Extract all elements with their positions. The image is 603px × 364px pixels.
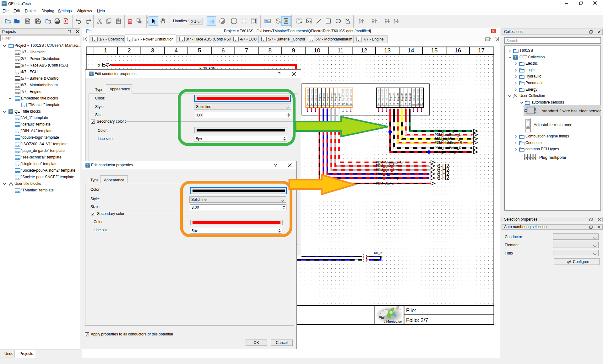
svg-text:1: 1 [307,102,308,105]
svg-text:2: 2 [128,47,131,54]
svg-text:PDM_Inj_Power: PDM_Inj_Power [376,172,399,176]
svg-text:1: 1 [378,102,379,105]
svg-text:9: 9 [292,47,295,54]
svg-text:PDM_FuelPump: PDM_FuelPump [376,176,399,180]
svg-text:Output26( PDM26): Output26( PDM26) [385,89,388,101]
svg-text:7: 7 [330,102,332,105]
svg-text:Output26( PDM26): Output26( PDM26) [378,89,380,101]
svg-text:4: 4 [389,102,391,105]
svg-text:5: 5 [323,102,324,105]
svg-text:9: 9 [338,102,340,105]
svg-text:13: 13 [384,47,391,54]
svg-text:3: 3 [151,47,155,54]
svg-text:Output27: Output27 [409,93,411,101]
svg-text:12: 12 [420,102,423,105]
svg-text:11: 11 [416,102,419,105]
svg-text:Output26( PDM26): Output26( PDM26) [311,89,313,101]
svg-text:Output26( PDM26): Output26( PDM26) [307,89,309,101]
svg-text:Output28: Output28 [405,93,407,101]
svg-text:5: 5 [393,102,395,105]
svg-text:11: 11 [337,47,344,54]
svg-text:PDM_ParkLight: PDM_ParkLight [435,129,457,133]
svg-text:Output28: Output28 [334,93,337,101]
svg-text:4: 4 [174,47,178,54]
svg-text:6: 6 [221,47,225,54]
svg-text:5: 5 [198,47,201,54]
svg-text:1: 1 [104,47,107,54]
svg-text:Output26( PDM26): Output26( PDM26) [381,89,384,101]
svg-text:Output30: Output30 [397,93,399,101]
svg-text:16: 16 [454,47,461,54]
svg-text:PDM_HighBeam_R: PDM_HighBeam_R [435,141,462,144]
svg-text:2: 2 [382,102,383,105]
svg-text:Output26( PDM26): Output26( PDM26) [421,89,423,101]
svg-text:PDM_Ign2_Power: PDM_Ign2_Power [376,164,402,168]
svg-text:PDM_LowBeam_R: PDM_LowBeam_R [435,146,461,150]
svg-text:Output26( PDM26): Output26( PDM26) [342,89,345,101]
svg-text:11: 11 [345,102,348,105]
svg-text:10: 10 [341,102,345,105]
svg-text:Output32: Output32 [389,93,392,101]
svg-text:12: 12 [361,47,367,54]
svg-text:Kill_In: Kill_In [374,251,382,254]
svg-text:5-E4: 5-E4 [97,62,108,67]
svg-text:Output30: Output30 [326,93,329,101]
svg-text:17: 17 [478,47,485,54]
svg-text:PDM_Ign1_Power: PDM_Ign1_Power [376,168,402,172]
svg-text:Output26( PDM26): Output26( PDM26) [346,89,349,101]
svg-text:TManiac.de: TManiac.de [384,319,402,324]
svg-text:File:: File: [406,308,416,313]
svg-text:PDM_BrakeLight: PDM_BrakeLight [435,150,459,154]
svg-text:PDM_LowBeam_L: PDM_LowBeam_L [435,133,461,136]
svg-text:12: 12 [350,102,353,105]
svg-text:Output32: Output32 [318,93,321,101]
svg-text:Output26( PDM26): Output26( PDM26) [315,89,317,101]
svg-text:Output29: Output29 [330,93,333,101]
svg-text:10: 10 [412,102,415,105]
svg-text:6: 6 [397,102,399,105]
svg-text:8: 8 [334,102,336,105]
svg-text:PDM_Starter: PDM_Starter [376,182,394,185]
svg-text:Folio: 2/7: Folio: 2/7 [406,317,428,323]
svg-text:7: 7 [401,102,403,105]
svg-text:Output26( PDM26): Output26( PDM26) [350,89,352,101]
svg-text:Output26( PDM26): Output26( PDM26) [413,89,415,101]
svg-text:8: 8 [405,102,407,105]
svg-text:Output31: Output31 [323,93,325,101]
svg-text:14: 14 [408,47,415,54]
svg-text:Output27: Output27 [338,93,341,101]
svg-text:6-H2: 6-H2 [437,175,449,181]
svg-text:10: 10 [314,47,320,54]
svg-text:3: 3 [385,102,387,105]
svg-text:Output26( PDM26): Output26( PDM26) [417,89,419,101]
svg-text:Output31: Output31 [393,93,396,101]
svg-text:Output29: Output29 [401,93,404,101]
svg-text:4: 4 [319,102,320,105]
svg-text:2: 2 [311,102,312,105]
svg-text:6: 6 [327,102,328,105]
svg-text:8: 8 [268,47,272,54]
svg-text:7: 7 [245,47,248,54]
svg-text:9: 9 [409,102,410,105]
svg-text:3: 3 [315,102,316,105]
svg-text:PDM_Alternator_On: PDM_Alternator_On [376,161,404,164]
svg-text:15: 15 [431,47,437,54]
svg-text:PDM_HighBeam_L: PDM_HighBeam_L [435,137,462,141]
